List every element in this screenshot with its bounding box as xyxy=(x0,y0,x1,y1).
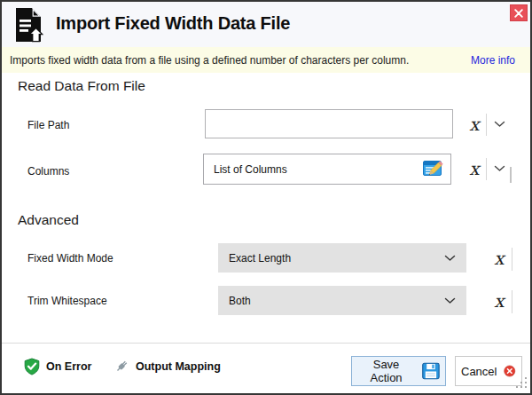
chevron-down-icon xyxy=(444,255,456,262)
columns-value-box[interactable]: List of Columns xyxy=(203,154,451,185)
columns-dropdown-button[interactable] xyxy=(489,156,509,181)
divider xyxy=(486,114,487,136)
clipped-control-sliver xyxy=(510,167,512,183)
more-info-link[interactable]: More info xyxy=(471,54,515,67)
fixed-width-mode-value: Exact Length xyxy=(229,252,291,265)
columns-label: Columns xyxy=(27,165,69,178)
columns-expression-button[interactable]: x xyxy=(464,156,485,181)
info-bar: Imports fixed width data from a file usi… xyxy=(2,47,530,73)
footer-divider xyxy=(2,343,530,344)
fixed-width-mode-select[interactable]: Exact Length xyxy=(218,243,466,273)
import-fixed-width-dialog: Import Fixed Width Data File Imports fix… xyxy=(0,0,532,395)
expression-x-icon: x xyxy=(469,115,479,133)
file-path-label: File Path xyxy=(27,119,69,131)
save-action-label: Save Action xyxy=(357,358,415,384)
edit-columns-button[interactable] xyxy=(422,159,445,179)
expression-x-icon: x xyxy=(469,160,479,178)
chevron-down-icon xyxy=(444,297,456,304)
resize-grip[interactable] xyxy=(516,377,528,390)
title-bar: Import Fixed Width Data File xyxy=(2,2,530,47)
section-read-data: Read Data From File xyxy=(18,78,145,94)
file-path-input[interactable] xyxy=(205,109,453,138)
expression-x-icon: x xyxy=(494,249,504,267)
cancel-label: Cancel xyxy=(461,365,497,378)
on-error-button[interactable]: On Error xyxy=(23,358,91,375)
save-floppy-icon xyxy=(422,362,440,380)
shield-check-icon xyxy=(23,358,41,375)
on-error-label: On Error xyxy=(46,360,91,373)
chevron-down-icon xyxy=(494,121,505,128)
close-button[interactable] xyxy=(510,4,528,21)
trim-whitespace-expression-button[interactable]: x xyxy=(489,288,510,313)
fixed-width-mode-expression-button[interactable]: x xyxy=(489,246,510,271)
dialog-title: Import Fixed Width Data File xyxy=(56,13,290,34)
close-icon xyxy=(514,9,523,18)
columns-value: List of Columns xyxy=(214,163,287,176)
expression-x-icon: x xyxy=(494,292,504,310)
section-advanced: Advanced xyxy=(18,212,79,228)
trim-whitespace-value: Both xyxy=(229,295,251,307)
import-file-icon xyxy=(13,7,43,43)
cancel-circle-x-icon xyxy=(504,362,516,380)
trim-whitespace-select[interactable]: Both xyxy=(218,286,466,315)
divider xyxy=(512,248,512,271)
chevron-down-icon xyxy=(494,165,505,172)
divider xyxy=(512,290,512,313)
output-mapping-button[interactable]: Output Mapping xyxy=(113,358,221,375)
fixed-width-mode-label: Fixed Width Mode xyxy=(27,252,113,265)
file-path-expression-button[interactable]: x xyxy=(464,112,485,137)
divider xyxy=(486,158,487,180)
trim-whitespace-label: Trim Whitespace xyxy=(27,295,107,307)
save-action-button[interactable]: Save Action xyxy=(351,356,446,386)
info-text: Imports fixed width data from a file usi… xyxy=(10,54,409,67)
output-mapping-label: Output Mapping xyxy=(136,360,221,373)
columns-editor-icon xyxy=(423,160,445,179)
plug-icon xyxy=(113,358,130,375)
file-path-dropdown-button[interactable] xyxy=(489,112,509,137)
cancel-button[interactable]: Cancel xyxy=(455,356,522,386)
